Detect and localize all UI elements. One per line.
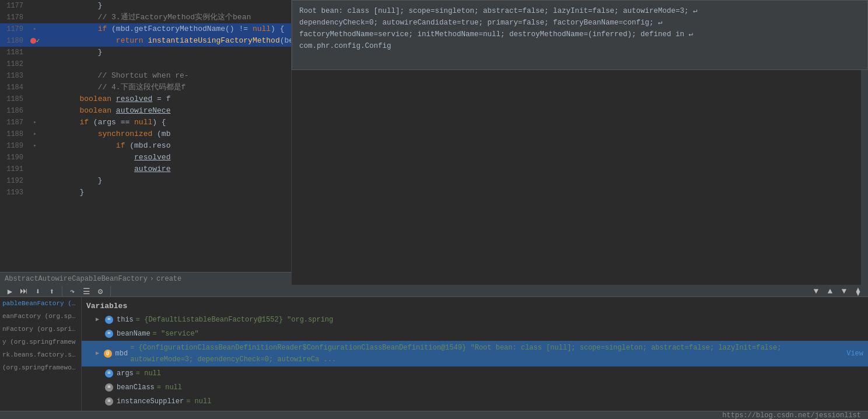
- execution-arrow: ✓: [36, 35, 40, 47]
- expand-arrow-mbd: ▶: [96, 348, 103, 359]
- var-value-args: = null: [136, 368, 161, 379]
- gutter-1189: ▸: [29, 140, 41, 152]
- code-line-1190: 1190 resolved: [0, 152, 291, 163]
- line-content-1177: }: [41, 0, 291, 12]
- status-url: https://blog.csdn.net/jessionlist: [722, 411, 861, 419]
- fold-icon-1189: ▸: [33, 140, 37, 152]
- variables-title: Variables: [82, 299, 868, 313]
- gutter-1179: ▸: [29, 23, 41, 35]
- line-content-1185: boolean resolved = f: [41, 93, 291, 105]
- breadcrumb-item-2: create: [156, 275, 181, 283]
- line-content-1191: autowire: [41, 163, 291, 175]
- line-num-1189: 1189: [0, 140, 29, 152]
- code-line-1180: 1180 ✓ return instantiateUsingFactoryMet…: [0, 35, 291, 47]
- editor-top: 1177 } 1178 // 3.通过FactoryMethod实例化这个bea…: [0, 0, 868, 285]
- line-content-1181: }: [41, 47, 291, 58]
- code-pane: 1177 } 1178 // 3.通过FactoryMethod实例化这个bea…: [0, 0, 292, 285]
- line-num-1191: 1191: [0, 163, 29, 175]
- breadcrumb: AbstractAutowireCapableBeanFactory › cre…: [0, 272, 291, 285]
- var-icon-args: =: [105, 369, 113, 378]
- var-value-mbd: = {ConfigurationClassBeanDefinitionReade…: [130, 342, 844, 365]
- var-icon-beanclass: =: [105, 383, 113, 392]
- resume-button[interactable]: ▶: [5, 286, 15, 296]
- code-line-1177: 1177 }: [0, 0, 291, 12]
- line-content-1186: boolean autowireNece: [41, 105, 291, 117]
- editor-container: 1177 } 1178 // 3.通过FactoryMethod实例化这个bea…: [0, 0, 868, 419]
- code-line-1184: 1184 // 4.下面这段代码都是f: [0, 82, 291, 93]
- step-over-button[interactable]: ⏭: [19, 286, 29, 296]
- code-line-1178: 1178 // 3.通过FactoryMethod实例化这个bean: [0, 12, 291, 23]
- line-num-1193: 1193: [0, 187, 29, 198]
- var-args[interactable]: = args = null: [82, 366, 868, 380]
- stack-item-0[interactable]: pableBeanFactory (org.s: [0, 297, 81, 310]
- line-content-1179: if (mbd.getFactoryMethodName() != null) …: [41, 23, 291, 35]
- var-value-beanclass: = null: [157, 382, 182, 393]
- breakpoint-indicator: [30, 38, 36, 44]
- tooltip-popup: Root bean: class [null]; scope=singleton…: [292, 0, 868, 70]
- line-num-1184: 1184: [0, 82, 29, 93]
- code-line-1183: 1183 // Shortcut when re-: [0, 70, 291, 82]
- stack-item-2[interactable]: nFactory (org.springfram: [0, 323, 81, 336]
- filter-vars-button[interactable]: ⧫: [853, 286, 863, 296]
- step-into-button[interactable]: ⬇: [33, 286, 43, 296]
- code-line-1182: 1182: [0, 58, 291, 70]
- up-arrow-button[interactable]: ▲: [825, 286, 835, 296]
- line-content-1193: }: [41, 187, 291, 198]
- view-link-mbd[interactable]: View: [846, 348, 863, 359]
- line-num-1180: 1180: [0, 35, 29, 47]
- line-content-1180: return instantiateUsingFactoryMethod(bea…: [41, 35, 291, 47]
- line-num-1185: 1185: [0, 93, 29, 105]
- code-line-1188: 1188 ▸ synchronized (mb: [0, 128, 291, 140]
- code-line-1192: 1192 }: [0, 175, 291, 187]
- var-icon-instancesupplier: =: [105, 397, 113, 406]
- line-content-1178: // 3.通过FactoryMethod实例化这个bean: [41, 12, 291, 23]
- line-num-1181: 1181: [0, 47, 29, 58]
- stack-item-5[interactable]: (org.springframework: [0, 361, 81, 374]
- run-to-cursor-button[interactable]: ↷: [67, 286, 78, 296]
- stack-item-4[interactable]: rk.beans.factory.suppor: [0, 348, 81, 361]
- step-out-button[interactable]: ⬆: [47, 286, 57, 296]
- filter-button[interactable]: ⚙: [95, 286, 106, 296]
- tooltip-text: Root bean: class [null]; scope=singleton…: [299, 5, 860, 52]
- line-num-1178: 1178: [0, 12, 29, 23]
- line-num-1183: 1183: [0, 70, 29, 82]
- var-this[interactable]: ▶ = this = {DefaultListableBeanFactory@1…: [82, 313, 868, 327]
- var-value-this: = {DefaultListableBeanFactory@1552} "org…: [136, 314, 333, 326]
- status-bar: https://blog.csdn.net/jessionlist: [0, 411, 868, 419]
- var-value-instancesupplier: = null: [186, 396, 211, 407]
- bottom-content: pableBeanFactory (org.s eanFactory (org.…: [0, 297, 868, 411]
- evaluate-button[interactable]: ☰: [81, 286, 92, 296]
- var-instancesupplier[interactable]: = instanceSupplier = null: [82, 394, 868, 408]
- debug-toolbar: ▶ ⏭ ⬇ ⬆ ↷ ☰ ⚙ ▼ ▲ ▼ ⧫: [0, 286, 868, 297]
- var-icon-mbd: @: [104, 350, 112, 358]
- dropdown-button[interactable]: ▼: [811, 286, 821, 296]
- line-content-1189: if (mbd.reso: [41, 140, 291, 152]
- code-line-1191: 1191 autowire: [0, 163, 291, 175]
- fold-icon-1188: ▸: [33, 128, 37, 140]
- line-num-1179: 1179: [0, 23, 29, 35]
- var-value-beanname: = "service": [153, 328, 199, 340]
- gutter-1188: ▸: [29, 128, 41, 140]
- down-arrow-button[interactable]: ▼: [839, 286, 849, 296]
- toolbar-separator-2: [110, 286, 111, 296]
- var-name-args: args: [117, 368, 134, 379]
- line-content-1190: resolved: [41, 152, 291, 163]
- stack-item-3[interactable]: y (org.springframew: [0, 336, 81, 348]
- code-line-1189: 1189 ▸ if (mbd.reso: [0, 140, 291, 152]
- code-line-1186: 1186 boolean autowireNece: [0, 105, 291, 117]
- line-num-1187: 1187: [0, 117, 29, 128]
- var-beanname[interactable]: = beanName = "service": [82, 327, 868, 341]
- stack-item-1[interactable]: eanFactory (org.spring: [0, 310, 81, 323]
- var-mbd[interactable]: ▶ @ mbd = {ConfigurationClassBeanDefinit…: [82, 341, 868, 366]
- bottom-panel: ▶ ⏭ ⬇ ⬆ ↷ ☰ ⚙ ▼ ▲ ▼ ⧫ pableBeanFactory (…: [0, 285, 868, 419]
- line-content-1188: synchronized (mb: [41, 128, 291, 140]
- code-lines: 1177 } 1178 // 3.通过FactoryMethod实例化这个bea…: [0, 0, 291, 198]
- var-name-beanname: beanName: [117, 328, 150, 340]
- var-name-this: this: [117, 314, 134, 326]
- var-icon-beanname: =: [105, 330, 113, 338]
- code-line-1179: 1179 ▸ if (mbd.getFactoryMethodName() !=…: [0, 23, 291, 35]
- line-num-1188: 1188: [0, 128, 29, 140]
- var-beanclass[interactable]: = beanClass = null: [82, 380, 868, 394]
- call-stack-panel: pableBeanFactory (org.s eanFactory (org.…: [0, 297, 82, 411]
- line-num-1177: 1177: [0, 0, 29, 12]
